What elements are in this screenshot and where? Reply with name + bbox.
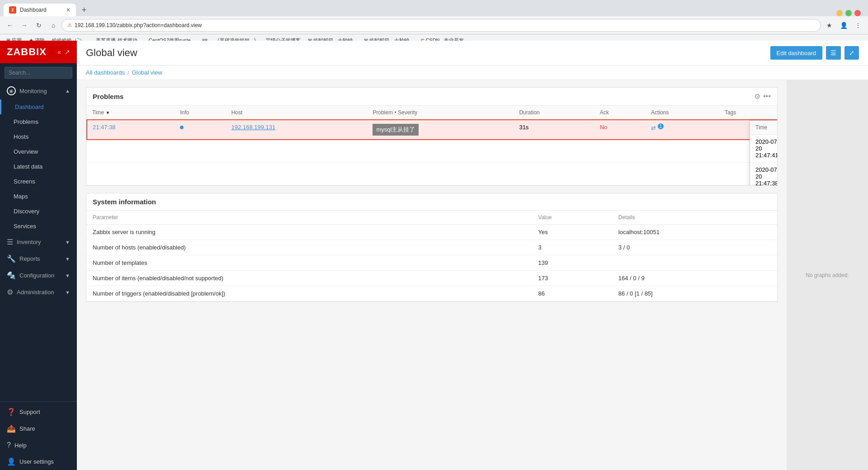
reports-icon: 🔧 bbox=[7, 254, 16, 263]
support-label: Support bbox=[19, 409, 40, 415]
sidebar-item-discovery[interactable]: Discovery bbox=[0, 204, 77, 219]
col-tags: Tags bbox=[719, 106, 777, 120]
sysinfo-section-header: System information bbox=[86, 193, 777, 211]
popup-header-row: Time User/Recipient Action Message/Comma… bbox=[750, 121, 777, 135]
sidebar-item-latest-data[interactable]: Latest data bbox=[0, 159, 77, 174]
account-button[interactable]: 👤 bbox=[837, 19, 850, 32]
popup-row-2: 2020-07-20 21:47:38 📋 bbox=[750, 163, 777, 185]
help-icon: ? bbox=[7, 441, 11, 449]
sidebar-divider bbox=[0, 401, 77, 402]
chevron-up-icon: ▲ bbox=[65, 88, 70, 94]
breadcrumb-separator: / bbox=[127, 69, 129, 76]
tab-close-button[interactable]: ✕ bbox=[66, 7, 71, 13]
active-tab[interactable]: Z Dashboard ✕ bbox=[4, 4, 76, 16]
sidebar-administration-header[interactable]: ⚙ Administration ▼ bbox=[0, 284, 77, 301]
sysinfo-table: Parameter Value Details Zabbix server is… bbox=[86, 211, 777, 301]
collapse-icon[interactable]: « bbox=[57, 48, 61, 56]
problems-table: Time ▼ Info Host Problem • Severity Dura… bbox=[86, 106, 777, 185]
details-4: 164 / 0 / 9 bbox=[612, 270, 777, 286]
table-row: 21:47:38 192.168.199.131 bbox=[87, 120, 777, 140]
sidebar-item-support[interactable]: ❓ Support bbox=[0, 404, 77, 420]
forward-button[interactable]: → bbox=[18, 19, 31, 32]
sidebar-item-dashboard[interactable]: Dashboard bbox=[0, 99, 77, 114]
param-3: Number of templates bbox=[86, 255, 532, 270]
sysinfo-col-value: Value bbox=[532, 211, 612, 225]
time-label: Time bbox=[92, 109, 104, 116]
hosts-label: Hosts bbox=[14, 133, 28, 140]
sysinfo-row-1: Zabbix server is running Yes localhost:1… bbox=[86, 224, 777, 240]
new-tab-button[interactable]: + bbox=[78, 4, 90, 16]
chevron-down-icon-3: ▼ bbox=[65, 273, 70, 278]
security-icon: ⚠ bbox=[67, 22, 72, 28]
time-value: 21:47:38 bbox=[93, 124, 116, 131]
fullscreen-icon[interactable]: ↗ bbox=[65, 48, 70, 56]
support-icon: ❓ bbox=[7, 408, 16, 416]
menu-button[interactable]: ⋮ bbox=[852, 19, 864, 32]
sidebar-item-problems[interactable]: Problems bbox=[0, 114, 77, 129]
sidebar-item-overview[interactable]: Overview bbox=[0, 144, 77, 159]
inventory-label: Inventory bbox=[17, 239, 41, 245]
sidebar-item-screens[interactable]: Screens bbox=[0, 174, 77, 189]
browser-tabs: Z Dashboard ✕ + bbox=[0, 0, 868, 16]
popup-row-1: 2020-07-20 21:47:41 Admin (Zabbix Admini… bbox=[750, 135, 777, 163]
page-title: Global view bbox=[86, 47, 137, 59]
minimize-button[interactable] bbox=[836, 10, 843, 16]
tab-title: Dashboard bbox=[20, 7, 47, 13]
sysinfo-table-body: Zabbix server is running Yes localhost:1… bbox=[86, 224, 777, 301]
sort-arrow-icon[interactable]: ▼ bbox=[106, 110, 110, 115]
problems-table-body: 21:47:38 192.168.199.131 bbox=[87, 120, 777, 185]
home-button[interactable]: ⌂ bbox=[47, 19, 60, 32]
sidebar-item-share[interactable]: 📤 Share bbox=[0, 420, 77, 437]
problems-label: Problems bbox=[14, 118, 38, 125]
sysinfo-row-3: Number of templates 139 bbox=[86, 255, 777, 270]
sidebar-configuration-header[interactable]: 🔩 Configuration ▼ bbox=[0, 267, 77, 284]
extensions-button[interactable]: ★ bbox=[823, 19, 835, 32]
popup-table: Time User/Recipient Action Message/Comma… bbox=[750, 121, 777, 185]
address-bar[interactable]: ⚠ 192.168.199.130/zabbix.php?action=dash… bbox=[61, 19, 821, 32]
actions-expand-icon[interactable]: ⇄ 1 bbox=[651, 125, 664, 132]
tab-favicon: Z bbox=[9, 6, 16, 14]
sidebar-item-services[interactable]: Services bbox=[0, 219, 77, 234]
logo-text: ZABBIX bbox=[7, 46, 47, 58]
info-indicator bbox=[180, 126, 184, 129]
close-button[interactable] bbox=[854, 10, 861, 16]
overview-label: Overview bbox=[14, 148, 38, 155]
eye-icon: ◉ bbox=[7, 86, 16, 95]
content-wrapper: Problems ⚙ ••• Tim bbox=[77, 80, 868, 470]
settings-icon[interactable]: ⚙ bbox=[754, 92, 760, 101]
details-1: localhost:10051 bbox=[612, 224, 777, 240]
value-3: 139 bbox=[532, 255, 612, 270]
header-actions: Edit dashboard ☰ ⤢ bbox=[770, 46, 859, 60]
param-5: Number of triggers (enabled/disabled [pr… bbox=[86, 286, 532, 301]
more-icon[interactable]: ••• bbox=[763, 92, 771, 101]
back-button[interactable]: ← bbox=[4, 19, 16, 32]
details-5: 86 / 0 [1 / 85] bbox=[612, 286, 777, 301]
search-input[interactable] bbox=[5, 67, 72, 79]
breadcrumb-all-dashboards[interactable]: All dashboards bbox=[86, 69, 125, 76]
right-panel: No graphs added. bbox=[787, 80, 868, 470]
sidebar-item-hosts[interactable]: Hosts bbox=[0, 129, 77, 144]
popup-body: 2020-07-20 21:47:41 Admin (Zabbix Admini… bbox=[750, 135, 777, 185]
sidebar-inventory-header[interactable]: ☰ Inventory ▼ bbox=[0, 234, 77, 250]
value-5: 86 bbox=[532, 286, 612, 301]
popup-col-time: Time bbox=[750, 121, 777, 135]
chevron-down-icon-4: ▼ bbox=[65, 290, 70, 295]
param-4: Number of items (enabled/disabled/not su… bbox=[86, 270, 532, 286]
sidebar-item-help[interactable]: ? Help bbox=[0, 437, 77, 453]
host-link[interactable]: 192.168.199.131 bbox=[231, 124, 276, 131]
fullscreen-button[interactable]: ⤢ bbox=[844, 46, 859, 60]
list-view-button[interactable]: ☰ bbox=[826, 46, 841, 60]
maximize-button[interactable] bbox=[845, 10, 852, 16]
sysinfo-col-parameter: Parameter bbox=[86, 211, 532, 225]
reload-button[interactable]: ↻ bbox=[33, 19, 45, 32]
sidebar-item-user-settings[interactable]: 👤 User settings bbox=[0, 453, 77, 470]
sidebar-item-maps[interactable]: Maps bbox=[0, 189, 77, 204]
table-row-empty-2 bbox=[87, 162, 777, 185]
latest-data-label: Latest data bbox=[14, 163, 42, 170]
section-tools: ⚙ ••• bbox=[754, 92, 771, 101]
dashboard-label: Dashboard bbox=[15, 103, 44, 110]
admin-icon: ⚙ bbox=[7, 288, 13, 296]
sidebar-reports-header[interactable]: 🔧 Reports ▼ bbox=[0, 250, 77, 267]
edit-dashboard-button[interactable]: Edit dashboard bbox=[770, 46, 822, 60]
sidebar-monitoring-header[interactable]: ◉ Monitoring ▲ bbox=[0, 82, 77, 99]
